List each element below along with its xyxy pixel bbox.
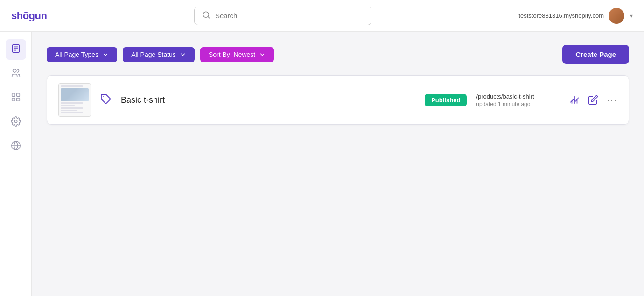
thumb-element <box>61 85 83 87</box>
logo: shōgun <box>11 10 47 22</box>
filter-page-type-button[interactable]: All Page Types <box>47 47 117 62</box>
sidebar-item-settings[interactable] <box>6 112 26 133</box>
sidebar-item-integrations[interactable] <box>6 136 26 157</box>
svg-point-6 <box>13 69 16 72</box>
avatar <box>609 8 624 24</box>
chevron-down-icon: ▾ <box>630 13 633 19</box>
pages-list: Basic t-shirt Published /products/basic-… <box>47 75 629 125</box>
page-url: /products/basic-t-shirt <box>476 93 560 100</box>
search-icon <box>202 11 210 21</box>
svg-point-11 <box>14 120 17 123</box>
content-area: All Page Types All Page Status Sort By: … <box>32 32 644 296</box>
page-updated: updated 1 minute ago <box>476 101 560 107</box>
chevron-down-icon <box>259 51 266 58</box>
user-store-name: teststore881316.myshopify.com <box>518 12 604 19</box>
thumb-element <box>61 105 75 106</box>
sidebar <box>0 32 32 296</box>
edit-icon[interactable] <box>588 95 598 105</box>
thumb-element <box>61 102 83 104</box>
top-navigation: shōgun teststore881316.myshopify.com ▾ <box>0 0 644 32</box>
users-icon <box>11 68 21 80</box>
toolbar: All Page Types All Page Status Sort By: … <box>47 45 629 64</box>
table-row: Basic t-shirt Published /products/basic-… <box>47 75 629 125</box>
thumb-element <box>61 107 83 109</box>
filter-page-status-button[interactable]: All Page Status <box>123 47 195 62</box>
create-page-button[interactable]: Create Page <box>562 45 629 64</box>
svg-rect-8 <box>16 93 19 96</box>
sidebar-item-pages[interactable] <box>6 39 26 60</box>
chevron-down-icon <box>180 51 186 58</box>
status-badge: Published <box>425 94 467 106</box>
svg-rect-7 <box>12 93 14 96</box>
page-type-tag-icon <box>100 93 112 106</box>
thumb-element <box>61 112 83 113</box>
page-thumbnail <box>58 83 91 117</box>
thumb-element <box>61 88 89 101</box>
more-options-icon[interactable]: ··· <box>607 95 617 106</box>
search-bar[interactable] <box>194 7 371 25</box>
svg-line-1 <box>208 16 209 18</box>
main-layout: All Page Types All Page Status Sort By: … <box>0 32 644 296</box>
user-menu[interactable]: teststore881316.myshopify.com ▾ <box>518 8 633 24</box>
pages-icon <box>11 43 21 56</box>
sidebar-item-users[interactable] <box>6 63 26 84</box>
content-icon <box>11 92 21 104</box>
page-name: Basic t-shirt <box>121 95 415 105</box>
page-actions: ··· <box>569 95 617 106</box>
integrations-icon <box>11 141 21 153</box>
sidebar-item-content[interactable] <box>6 88 26 108</box>
analytics-icon[interactable] <box>569 95 580 105</box>
thumb-element <box>61 110 77 111</box>
chevron-down-icon <box>102 51 109 58</box>
svg-rect-10 <box>16 98 19 101</box>
search-input[interactable] <box>215 12 364 20</box>
svg-rect-9 <box>12 98 14 101</box>
settings-icon <box>11 116 21 128</box>
page-url-area: /products/basic-t-shirt updated 1 minute… <box>476 93 560 107</box>
sort-button[interactable]: Sort By: Newest <box>200 47 274 62</box>
